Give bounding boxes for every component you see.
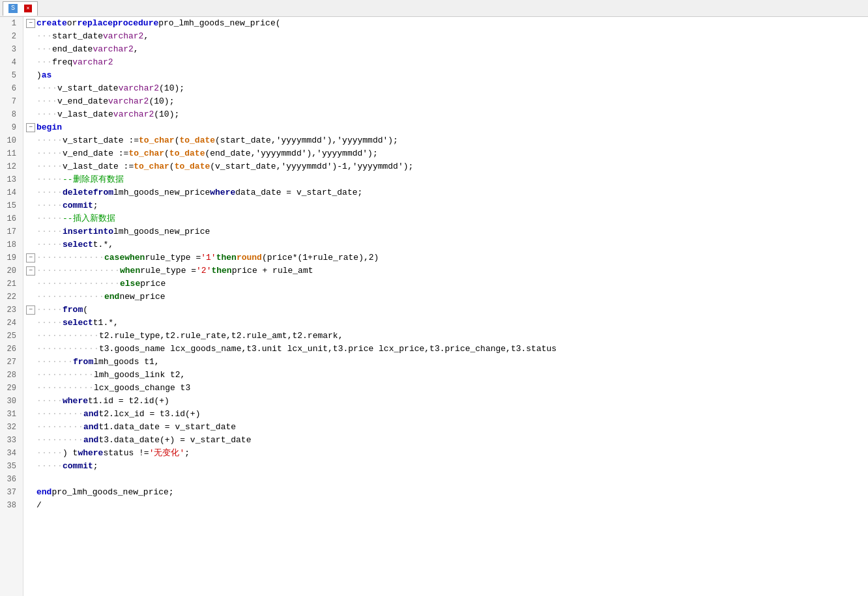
tab-file-icon: S	[8, 4, 18, 13]
line-number: 35	[4, 460, 19, 473]
code-line: −begin	[23, 121, 868, 134]
code-token: (10);	[154, 108, 179, 121]
code-token: --插入新数据	[63, 212, 115, 225]
code-token: lmh_goods t1,	[93, 356, 159, 369]
fold-marker[interactable]: −	[26, 305, 35, 315]
code-line: ·············end new_price	[23, 291, 868, 304]
code-token: varchar2	[113, 108, 154, 121]
code-line: ···freq varchar2	[23, 56, 868, 69]
code-token: t1.*,	[93, 317, 119, 330]
line-number: 5	[4, 69, 19, 82]
code-line: ·····commit;	[23, 460, 868, 473]
line-number: 22	[4, 291, 19, 304]
code-token: ;	[93, 199, 98, 212]
code-token: t2.rule_type,t2.rule_rate,t2.rule_amt,t2…	[99, 330, 343, 343]
code-token: round	[237, 251, 262, 264]
code-token: v_end_date :=	[63, 147, 128, 160]
line-number: 26	[4, 343, 19, 356]
code-line: ·····v_last_date := to_char(to_date(v_st…	[23, 160, 868, 173]
code-token: ) t	[63, 447, 78, 460]
line-number: 17	[4, 225, 19, 238]
fold-marker[interactable]: −	[26, 19, 35, 28]
fold-marker[interactable]: −	[26, 253, 35, 263]
line-number: 31	[4, 408, 19, 421]
code-line: ·····v_end_date := to_char(to_date(end_d…	[23, 147, 868, 160]
code-token: v_start_date :=	[63, 134, 139, 147]
code-line: ·····insert into lmh_goods_new_price	[23, 225, 868, 238]
tab-bar: S ✕	[0, 0, 868, 17]
indent-dots: ············	[36, 343, 99, 356]
code-token: to_char	[139, 134, 175, 147]
line-number: 9	[4, 121, 19, 134]
code-line: ·····commit;	[23, 199, 868, 212]
line-number: 4	[4, 56, 19, 69]
code-token: t3.data_date(+) = v_start_date	[98, 434, 251, 447]
code-line: ·······from lmh_goods t1,	[23, 356, 868, 369]
code-token: (	[83, 304, 88, 317]
code-line: ····v_last_date varchar2(10);	[23, 108, 868, 121]
code-line: ·····) t where status != '无变化';	[23, 447, 868, 460]
code-line: ···end_date varchar2,	[23, 43, 868, 56]
code-token: (price*(1+rule_rate),2)	[262, 251, 379, 264]
indent-dots: ····	[36, 95, 57, 108]
code-token: (10);	[159, 82, 184, 95]
code-token: t1.id = t2.id(+)	[88, 395, 169, 408]
fold-marker[interactable]: −	[26, 123, 35, 132]
code-token: end	[36, 486, 51, 499]
indent-dots: ·····	[36, 225, 63, 238]
indent-dots: ·····	[36, 460, 63, 473]
code-token: end	[104, 291, 119, 304]
code-token: '1'	[201, 251, 216, 264]
indent-dots: ···	[36, 56, 52, 69]
code-token: rule_type =	[140, 264, 196, 277]
sql-file-tab[interactable]: S ✕	[3, 1, 38, 16]
indent-dots: ·····	[36, 447, 63, 460]
indent-dots: ·········	[36, 421, 83, 434]
indent-dots: ····	[36, 82, 57, 95]
code-line	[23, 473, 868, 486]
code-token: (v_start_date,'yyyymmdd')-1,'yyyymmdd');	[210, 160, 413, 173]
code-token: end_date	[52, 43, 93, 56]
code-token: begin	[36, 121, 62, 134]
line-number: 19	[4, 251, 19, 264]
code-token: procedure	[113, 17, 158, 30]
code-token: when	[124, 251, 145, 264]
line-number: 13	[4, 173, 19, 186]
indent-dots: ····	[36, 108, 57, 121]
tab-close-button[interactable]: ✕	[24, 5, 32, 12]
code-line: end pro_lmh_goods_new_price;	[23, 486, 868, 499]
fold-marker[interactable]: −	[26, 266, 35, 276]
code-token: varchar2	[108, 95, 149, 108]
code-token: (10);	[149, 95, 174, 108]
line-number: 1	[4, 17, 19, 30]
code-line: ·····where t1.id = t2.id(+)	[23, 395, 868, 408]
line-number: 29	[4, 382, 19, 395]
code-token: price + rule_amt	[232, 264, 313, 277]
code-token: commit	[63, 199, 93, 212]
code-line: /	[23, 499, 868, 512]
code-token: where	[78, 447, 103, 460]
code-line: ···········lmh_goods_link t2,	[23, 369, 868, 382]
line-number: 12	[4, 160, 19, 173]
code-token: (start_date,'yyyymmdd'),'yyyymmdd');	[215, 134, 398, 147]
code-token: price	[140, 277, 166, 291]
code-line: ·····--删除原有数据	[23, 173, 868, 186]
code-token: ,	[143, 30, 149, 43]
code-token: lcx_goods_change t3	[94, 382, 190, 395]
code-token: to_date	[175, 160, 210, 173]
code-token: where	[210, 186, 235, 199]
code-token: t3.goods_name lcx_goods_name,t3.unit lcx…	[99, 343, 557, 356]
line-number: 34	[4, 447, 19, 460]
code-line: ·····select t.*,	[23, 238, 868, 251]
line-number: 6	[4, 82, 19, 95]
code-token: from	[63, 304, 83, 317]
code-container: 1234567891011121314151617181920212223242…	[0, 17, 868, 596]
code-token: status !=	[103, 447, 149, 460]
code-token: then	[211, 264, 231, 277]
line-number: 18	[4, 238, 19, 251]
indent-dots: ·····	[36, 317, 63, 330]
code-line: ····v_start_date varchar2(10);	[23, 82, 868, 95]
indent-dots: ·····	[36, 395, 63, 408]
indent-dots: ·····	[36, 199, 63, 212]
indent-dots: ···	[36, 30, 52, 43]
